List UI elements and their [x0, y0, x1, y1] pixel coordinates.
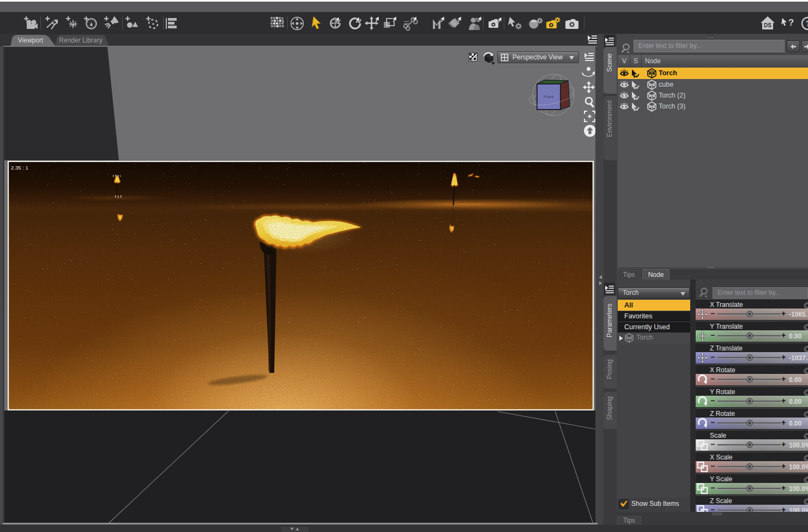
- svg-text:2.35 : 1: 2.35 : 1: [11, 165, 28, 171]
- svg-text:Front: Front: [544, 94, 554, 99]
- svg-text:DS: DS: [764, 22, 771, 28]
- svg-text:?: ?: [788, 17, 794, 28]
- svg-text:?: ?: [806, 19, 808, 28]
